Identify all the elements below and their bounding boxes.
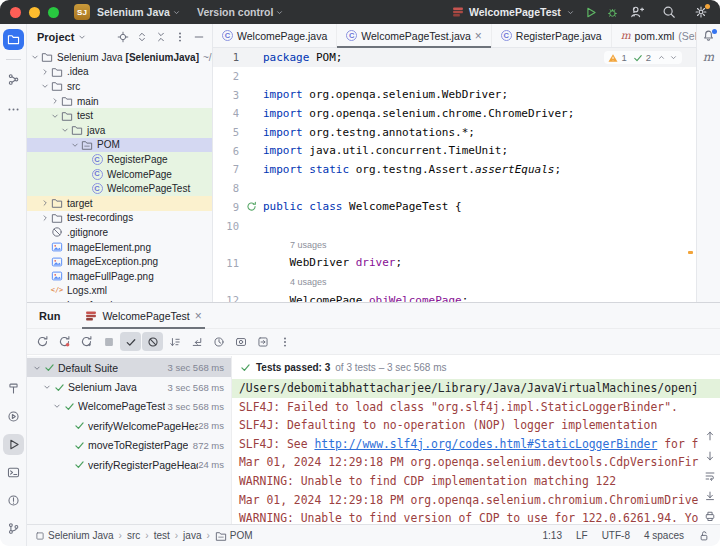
problems-icon[interactable] [3,490,24,511]
maven-tool-window-button[interactable]: m [703,51,714,63]
scroll-end-icon[interactable] [702,488,718,504]
rerun-icon[interactable] [32,332,53,351]
console-link[interactable]: http://www.slf4j.org/codes.html#StaticLo… [314,437,657,451]
editor-tab[interactable]: CWelcomePageTest.java× [337,24,492,47]
kebab-icon[interactable] [172,29,187,44]
test-tree-row[interactable]: verifyWelcomePageHeading28 ms [27,416,231,435]
expand-all-icon[interactable] [134,29,149,44]
code-editor[interactable]: 1package POM;23import org.openqa.seleniu… [213,48,696,302]
chevron-down-icon[interactable] [41,382,52,392]
build-hammer-icon[interactable] [3,378,24,399]
tree-item[interactable]: target [27,196,212,211]
zoom-window-button[interactable] [48,7,59,18]
tree-item[interactable]: Selenium Java[SeleniumJava]~/IdeaProj [27,50,212,65]
status-widget[interactable]: 4 spaces [644,530,684,541]
show-ignored-icon[interactable] [142,332,163,351]
chevron-down-icon[interactable] [31,363,42,373]
run-console[interactable]: Tests passed: 3 of 3 tests – 3 sec 568 m… [232,356,720,524]
export-icon[interactable] [252,332,273,351]
test-tree-row[interactable]: verifyRegisterPageHeading24 ms [27,455,231,474]
breadcrumb-item[interactable]: test [154,530,170,541]
run-gutter-icon[interactable] [239,201,263,212]
sort-icon[interactable] [164,332,185,351]
vcs-menu[interactable]: Version control [197,6,284,18]
terminal-icon[interactable] [3,462,24,483]
collapse-all-icon[interactable] [153,29,168,44]
run-configuration-selector[interactable]: WelcomePageTest [452,6,575,18]
tree-item[interactable]: ImageException.png [27,254,212,269]
status-widget[interactable]: LF [576,530,588,541]
test-tree-row[interactable]: WelcomePageTest3 sec 568 ms [27,397,231,416]
arrow-up-icon[interactable] [702,428,718,444]
run-tab[interactable]: WelcomePageTest × [82,303,204,328]
chevron-down-icon[interactable] [77,32,87,42]
chevron-down-icon[interactable] [69,140,80,150]
close-icon[interactable]: × [195,310,202,322]
more-icon[interactable] [3,99,24,120]
locate-icon[interactable] [115,29,130,44]
status-widget[interactable]: 1:13 [542,530,561,541]
code-line[interactable]: 5import org.testng.annotations.*; [213,123,696,142]
breadcrumb-item[interactable]: Selenium Java [35,530,114,541]
arrow-down-icon[interactable] [702,448,718,464]
tree-item[interactable]: </>Logs.xml [27,284,212,299]
soft-wrap-icon[interactable] [702,468,718,484]
search-icon[interactable] [662,5,676,19]
chevron-down-icon[interactable] [59,125,70,135]
chevron-down-icon[interactable] [49,111,60,121]
code-line[interactable]: 12 WelcomePage objWelcomePage; [213,291,696,302]
tree-item[interactable]: CRegisterPage [27,152,212,167]
hide-icon[interactable] [191,29,206,44]
tree-item[interactable]: main [27,94,212,109]
close-icon[interactable]: × [475,30,482,42]
chevron-down-icon[interactable] [51,401,62,411]
code-line[interactable]: 4import org.openqa.selenium.chrome.Chrom… [213,104,696,123]
code-line[interactable]: 3import org.openqa.selenium.WebDriver; [213,85,696,104]
tree-item[interactable]: test [27,108,212,123]
history-clock-icon[interactable] [208,332,229,351]
kebab-icon[interactable] [274,332,295,351]
breadcrumb-item[interactable]: POM [215,530,253,542]
tree-item[interactable]: .idea [27,65,212,80]
chevron-right-icon[interactable] [39,213,50,223]
code-line[interactable]: 10 [213,216,696,235]
tree-item[interactable]: CWelcomePage [27,167,212,182]
user-plus-icon[interactable] [630,5,644,19]
status-widget[interactable]: UTF-8 [602,530,630,541]
close-window-button[interactable] [10,7,21,18]
tree-item[interactable]: src [27,79,212,94]
rerun-failed-icon[interactable] [54,332,75,351]
settings-gear-icon[interactable] [694,5,708,19]
show-passed-icon[interactable] [120,332,141,351]
breadcrumb-item[interactable]: src [127,530,140,541]
code-line[interactable]: 6import java.util.concurrent.TimeUnit; [213,141,696,160]
project-folder-icon[interactable] [3,29,24,50]
inspection-widget[interactable]: 1 2 [604,51,682,64]
structure-icon[interactable] [3,69,24,90]
tree-item[interactable]: test-recordings [27,211,212,226]
autotest-icon[interactable] [76,332,97,351]
test-tree-row[interactable]: Selenium Java3 sec 568 ms [27,377,231,396]
tree-item[interactable]: ImageElement.png [27,240,212,255]
prev-problem-chevron-icon[interactable] [657,53,666,62]
tree-item[interactable]: POM [27,138,212,153]
project-panel-title[interactable]: Project [37,31,74,43]
code-line[interactable]: 7import static org.testng.Assert.assertE… [213,160,696,179]
code-line[interactable]: 7 usages [213,235,696,254]
stop-icon[interactable] [98,332,119,351]
bell-icon[interactable] [702,29,715,42]
tree-item[interactable]: CWelcomePageTest [27,181,212,196]
project-menu[interactable]: Selenium Java [97,6,181,18]
screenshot-icon[interactable] [230,332,251,351]
code-line[interactable]: 8 [213,179,696,198]
git-branch-icon[interactable] [3,518,24,539]
run-icon[interactable] [3,434,24,455]
code-line[interactable]: 11 WebDriver driver; [213,254,696,273]
minimize-window-button[interactable] [29,7,40,18]
flatten-icon[interactable] [186,332,207,351]
chevron-down-icon[interactable] [39,81,50,91]
next-problem-chevron-icon[interactable] [669,53,678,62]
tree-item[interactable]: .gitignore [27,225,212,240]
chevron-right-icon[interactable] [39,67,50,77]
editor-tab[interactable]: CRegisterPage.java [492,24,612,47]
